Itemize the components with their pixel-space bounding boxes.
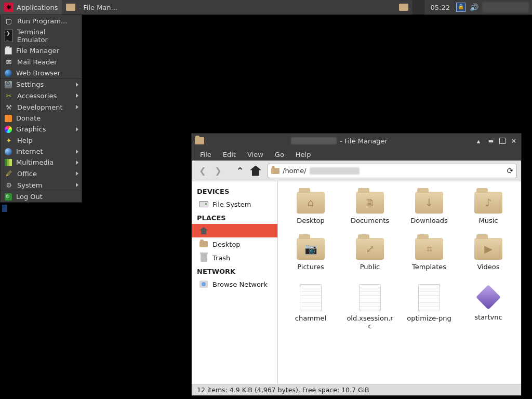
menu-edit[interactable]: Edit	[218, 150, 241, 159]
menu-item-web-browser[interactable]: Web Browser	[1, 68, 82, 78]
menu-item-accessories[interactable]: Accessories	[1, 90, 82, 101]
menu-file[interactable]: File	[195, 150, 217, 159]
menu-item-label: System	[17, 181, 42, 189]
sidebar-item-browse-network[interactable]: Browse Network	[192, 277, 277, 291]
sidebar-header-devices: DEVICES	[192, 184, 277, 197]
menu-item-office[interactable]: Office	[1, 168, 82, 179]
file-label: Desktop	[297, 217, 325, 224]
submenu-arrow-icon	[76, 183, 78, 187]
nav-back-button[interactable]	[196, 164, 209, 178]
menubar: FileEditViewGoHelp	[192, 148, 521, 161]
menu-item-development[interactable]: Development	[1, 101, 82, 113]
file-manager-window: - File Manager FileEditViewGoHelp /home/…	[191, 133, 522, 396]
submenu-arrow-icon	[76, 161, 78, 165]
menu-item-label: Accessories	[17, 92, 57, 100]
dev-icon	[5, 103, 13, 111]
donate-icon	[5, 115, 12, 122]
menu-item-donate[interactable]: Donate	[1, 113, 82, 124]
file-item-optimize-png[interactable]: optimize-png	[403, 282, 456, 332]
nav-forward-button[interactable]	[211, 164, 225, 178]
menu-item-multimedia[interactable]: Multimedia	[1, 157, 82, 168]
window-titlebar[interactable]: - File Manager	[192, 134, 521, 148]
text-file-icon	[300, 284, 322, 311]
window-maximize-button[interactable]	[499, 138, 506, 144]
sidebar-item-home[interactable]	[192, 224, 277, 237]
tray-redacted	[482, 2, 529, 12]
folder-icon: ⌗	[415, 238, 443, 260]
file-item-templates[interactable]: ⌗Templates	[403, 236, 456, 273]
network-icon	[200, 281, 208, 288]
file-item-chammel[interactable]: chammel	[284, 282, 337, 332]
folder-icon	[66, 4, 75, 11]
file-item-music[interactable]: ♪Music	[462, 190, 515, 227]
nav-home-button[interactable]	[249, 164, 262, 178]
menu-item-file-manager[interactable]: File Manager	[1, 45, 82, 56]
file-label: Videos	[477, 263, 499, 271]
menu-item-label: Terminal Emulator	[17, 28, 77, 44]
tray-encryption-icon[interactable]	[456, 3, 466, 12]
menu-item-terminal-emulator[interactable]: Terminal Emulator	[1, 26, 82, 45]
distro-logo-icon	[4, 3, 14, 12]
menu-item-graphics[interactable]: Graphics	[1, 124, 82, 135]
file-label: startvnc	[474, 313, 502, 321]
file-item-pictures[interactable]: 📷Pictures	[284, 236, 337, 273]
panel-right: 05:22 🔊	[398, 0, 532, 15]
menu-item-system[interactable]: System	[1, 179, 82, 191]
pathbar-prefix: /home/	[283, 167, 307, 175]
panel-clock[interactable]: 05:22	[428, 4, 453, 11]
file-label: Templates	[412, 263, 446, 271]
desktop-stray-icon	[2, 205, 7, 212]
folder-icon: ▶	[474, 238, 502, 260]
menu-item-log-out[interactable]: Log Out	[1, 191, 82, 202]
taskbar-item-filemanager[interactable]: - File Man...	[62, 0, 125, 15]
menu-go[interactable]: Go	[270, 150, 289, 159]
location-bar[interactable]: /home/ ⟳	[268, 164, 517, 178]
window-shade-button[interactable]	[474, 137, 483, 145]
menu-item-settings[interactable]: Settings	[1, 79, 82, 90]
office-icon	[5, 169, 13, 178]
menu-item-run-program[interactable]: Run Program...	[1, 15, 82, 26]
menu-item-label: Web Browser	[16, 69, 60, 77]
file-item-desktop[interactable]: ⌂Desktop	[284, 190, 337, 227]
title-redacted	[291, 137, 337, 144]
file-pane[interactable]: ⌂Desktop🗎Documents↓Downloads♪Music📷Pictu…	[278, 181, 521, 384]
gfx-icon	[5, 126, 12, 133]
text-file-icon	[359, 284, 381, 311]
file-item-documents[interactable]: 🗎Documents	[343, 190, 396, 227]
window-minimize-button[interactable]	[487, 137, 495, 145]
file-item-old-xsession-rc[interactable]: old.xsession.rc	[343, 282, 396, 332]
menu-item-label: File Manager	[16, 47, 59, 55]
sidebar-item-desktop[interactable]: Desktop	[192, 237, 277, 251]
reload-button[interactable]: ⟳	[507, 166, 513, 176]
file-item-startvnc[interactable]: startvnc	[462, 282, 515, 332]
tray-folder-icon[interactable]	[398, 2, 409, 12]
folder-icon: 🗎	[356, 192, 384, 214]
text-file-icon	[418, 284, 440, 311]
top-panel: Applications - File Man... 05:22 🔊	[0, 0, 532, 15]
file-item-public[interactable]: ⤢Public	[343, 236, 396, 273]
run-icon	[5, 17, 13, 25]
files-grid: ⌂Desktop🗎Documents↓Downloads♪Music📷Pictu…	[284, 190, 515, 332]
menu-item-help[interactable]: Help	[1, 135, 82, 146]
submenu-arrow-icon	[76, 83, 78, 87]
menu-help[interactable]: Help	[290, 150, 316, 159]
file-item-downloads[interactable]: ↓Downloads	[403, 190, 456, 227]
submenu-arrow-icon	[76, 150, 78, 154]
sidebar-item-file-system[interactable]: File System	[192, 197, 277, 211]
folder-icon: ⤢	[356, 238, 384, 260]
file-item-videos[interactable]: ▶Videos	[462, 236, 515, 273]
menu-item-internet[interactable]: Internet	[1, 146, 82, 157]
folder-icon: ♪	[474, 192, 502, 214]
submenu-arrow-icon	[76, 105, 78, 109]
nav-up-button[interactable]	[233, 164, 247, 178]
applications-menu-button[interactable]: Applications	[0, 0, 62, 15]
menu-item-label: Graphics	[16, 125, 46, 133]
menu-item-label: Log Out	[16, 193, 43, 201]
window-close-button[interactable]	[510, 137, 518, 145]
menu-item-label: Mail Reader	[17, 58, 57, 66]
sidebar-item-trash[interactable]: Trash	[192, 251, 277, 264]
tray-volume-icon[interactable]: 🔊	[469, 2, 479, 12]
menu-view[interactable]: View	[242, 150, 269, 159]
menu-item-mail-reader[interactable]: Mail Reader	[1, 56, 82, 68]
toolbar: /home/ ⟳	[192, 161, 521, 181]
